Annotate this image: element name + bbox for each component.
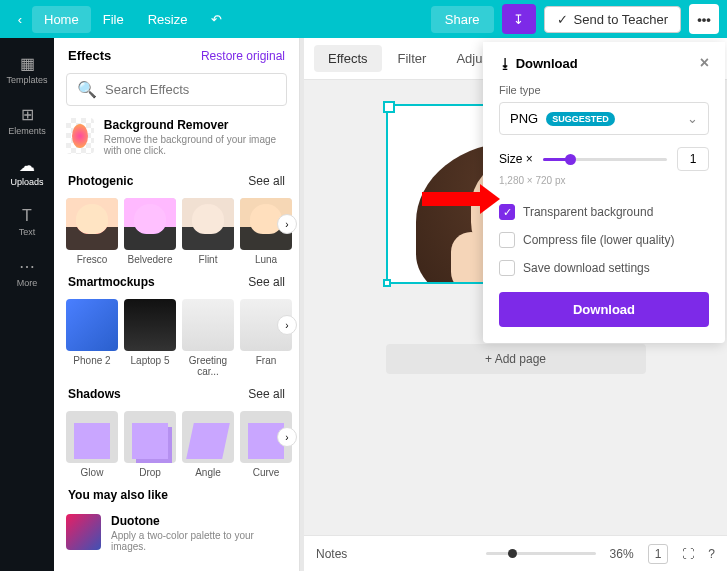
left-rail: ▦Templates ⊞Elements ☁Uploads TText ⋯Mor… [0, 38, 54, 571]
bgrm-thumb [66, 118, 94, 154]
filetype-value: PNG [510, 111, 538, 126]
rail-uploads[interactable]: ☁Uploads [0, 146, 54, 197]
help-icon[interactable]: ? [708, 547, 715, 561]
checkbox-checked-icon: ✓ [499, 204, 515, 220]
effects-panel: Effects Restore original 🔍 Background Re… [54, 38, 300, 571]
shadows-seeall[interactable]: See all [248, 387, 285, 401]
mock-greeting[interactable]: Greeting car... [182, 299, 234, 377]
mock-phone2[interactable]: Phone 2 [66, 299, 118, 377]
back-icon[interactable]: ‹ [8, 12, 32, 27]
tab-filter[interactable]: Filter [384, 45, 441, 72]
send-to-teacher-button[interactable]: ✓Send to Teacher [544, 6, 681, 33]
size-input[interactable] [677, 147, 709, 171]
fullscreen-icon[interactable]: ⛶ [682, 547, 694, 561]
suggested-badge: SUGGESTED [546, 112, 615, 126]
shadow-drop[interactable]: Drop [124, 411, 176, 478]
search-input[interactable] [105, 82, 276, 97]
home-button[interactable]: Home [32, 6, 91, 33]
photogenic-next-icon[interactable]: › [277, 214, 297, 234]
duotone-title: Duotone [111, 514, 287, 528]
effect-belvedere[interactable]: Belvedere [124, 198, 176, 265]
smartmockups-next-icon[interactable]: › [277, 315, 297, 335]
zoom-slider[interactable] [486, 552, 596, 555]
size-label: Size × [499, 152, 533, 166]
smartmockups-seeall[interactable]: See all [248, 275, 285, 289]
search-effects[interactable]: 🔍 [66, 73, 287, 106]
shadow-angle[interactable]: Angle [182, 411, 234, 478]
tab-effects[interactable]: Effects [314, 45, 382, 72]
annotation-arrow [422, 192, 482, 206]
mock-laptop5[interactable]: Laptop 5 [124, 299, 176, 377]
rail-text[interactable]: TText [0, 197, 54, 247]
zoom-value: 36% [610, 547, 634, 561]
dialog-title: Download [516, 56, 578, 71]
shadows-heading: Shadows [68, 387, 121, 401]
bgrm-desc: Remove the background of your image with… [104, 134, 287, 156]
chevron-down-icon: ⌄ [687, 111, 698, 126]
duotone-thumb [66, 514, 101, 550]
bgrm-title: Background Remover [104, 118, 287, 132]
top-toolbar: ‹ Home File Resize ↶ Share ↧ ✓Send to Te… [0, 0, 727, 38]
rail-elements[interactable]: ⊞Elements [0, 95, 54, 146]
transparent-bg-checkbox[interactable]: ✓ Transparent background [499, 198, 709, 226]
duotone-desc: Apply a two-color palette to your images… [111, 530, 287, 552]
bottom-bar: Notes 36% 1 ⛶ ? [304, 535, 727, 571]
shadow-glow[interactable]: Glow [66, 411, 118, 478]
you-may-like-heading: You may also like [68, 488, 168, 502]
effect-flint[interactable]: Flint [182, 198, 234, 265]
shadows-next-icon[interactable]: › [277, 427, 297, 447]
panel-title: Effects [68, 48, 111, 63]
download-dialog: ⭳ Download × File type PNG SUGGESTED ⌄ S… [483, 42, 725, 343]
effect-fresco[interactable]: Fresco [66, 198, 118, 265]
compress-checkbox[interactable]: Compress file (lower quality) [499, 226, 709, 254]
add-page-button[interactable]: + Add page [386, 344, 646, 374]
download-button[interactable]: Download [499, 292, 709, 327]
page-count[interactable]: 1 [648, 544, 669, 564]
smartmockups-heading: Smartmockups [68, 275, 155, 289]
photogenic-seeall[interactable]: See all [248, 174, 285, 188]
restore-original-link[interactable]: Restore original [201, 49, 285, 63]
download-icon-button[interactable]: ↧ [502, 4, 536, 34]
more-button[interactable]: ••• [689, 4, 719, 34]
notes-button[interactable]: Notes [316, 547, 347, 561]
save-settings-checkbox[interactable]: Save download settings [499, 254, 709, 282]
search-icon: 🔍 [77, 80, 97, 99]
dimensions-text: 1,280 × 720 px [499, 175, 709, 186]
resize-button[interactable]: Resize [136, 6, 200, 33]
rail-more[interactable]: ⋯More [0, 247, 54, 298]
file-button[interactable]: File [91, 6, 136, 33]
close-icon[interactable]: × [700, 54, 709, 72]
photogenic-heading: Photogenic [68, 174, 133, 188]
checkbox-icon [499, 232, 515, 248]
size-slider[interactable] [543, 158, 667, 161]
mock-fran[interactable]: Fran [240, 299, 292, 377]
checkbox-icon [499, 260, 515, 276]
filetype-select[interactable]: PNG SUGGESTED ⌄ [499, 102, 709, 135]
share-button[interactable]: Share [431, 6, 494, 33]
duotone-item[interactable]: Duotone Apply a two-color palette to you… [54, 506, 299, 560]
filetype-label: File type [499, 84, 709, 96]
undo-icon[interactable]: ↶ [199, 6, 234, 33]
rail-templates[interactable]: ▦Templates [0, 44, 54, 95]
background-remover[interactable]: Background Remover Remove the background… [54, 118, 299, 170]
download-icon: ⭳ [499, 56, 512, 71]
